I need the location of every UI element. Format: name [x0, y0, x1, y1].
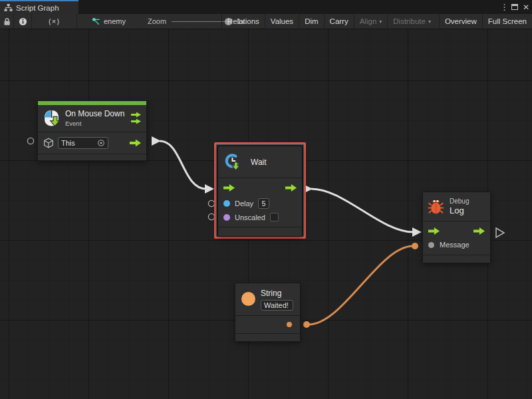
control-in-arrow[interactable]	[223, 184, 235, 192]
window-menu-icon[interactable]: ⋮	[500, 2, 507, 12]
unscaled-port-dot[interactable]	[223, 214, 230, 221]
target-field[interactable]: This	[58, 137, 108, 149]
message-label: Message	[440, 241, 469, 249]
toolbar-buttons: Relations Values Dim Carry Align▾ Distri…	[221, 14, 532, 29]
wire-string-to-message[interactable]	[309, 246, 413, 325]
graph-icon	[92, 17, 100, 26]
unscaled-label: Unscaled	[235, 213, 265, 221]
node-title: Log	[450, 205, 469, 215]
node-title: Wait	[251, 158, 267, 167]
node-footer	[38, 154, 146, 160]
code-icon: ⟨×⟩	[48, 17, 60, 26]
tab-title: Script Graph	[16, 4, 59, 12]
mouse-icon	[43, 109, 60, 127]
node-string[interactable]: String Waited!	[235, 283, 301, 342]
zoom-label: Zoom	[148, 17, 166, 25]
chevron-down-icon: ▾	[379, 19, 382, 25]
unscaled-checkbox[interactable]	[270, 213, 279, 221]
chevron-down-icon: ▾	[428, 19, 431, 25]
dim-button[interactable]: Dim	[299, 14, 323, 29]
breadcrumb-label: enemy	[104, 17, 126, 25]
maximize-icon[interactable]	[511, 4, 518, 10]
tab-script-graph[interactable]: Script Graph	[0, 0, 78, 14]
close-icon[interactable]: ✕	[523, 3, 529, 12]
graph-canvas[interactable]: On Mouse Down Event This	[0, 29, 532, 399]
distribute-button[interactable]: Distribute▾	[387, 14, 436, 29]
lock-icon	[3, 17, 11, 26]
trigger-out-icon[interactable]	[131, 112, 141, 124]
node-title: On Mouse Down	[65, 109, 126, 118]
node-footer	[235, 334, 300, 341]
node-title: String	[261, 289, 293, 298]
control-out-arrow[interactable]	[285, 184, 297, 192]
breadcrumb[interactable]: enemy	[92, 14, 126, 29]
node-wait[interactable]: Wait Delay 5 Unscaled	[217, 146, 303, 237]
message-port-dot[interactable]	[428, 242, 434, 248]
delay-label: Delay	[235, 200, 253, 207]
control-out-arrow[interactable]	[473, 227, 485, 235]
node-footer	[218, 227, 302, 236]
control-in-arrow[interactable]	[428, 227, 440, 235]
carry-button[interactable]: Carry	[324, 14, 354, 29]
tab-bar: Script Graph ⋮ ✕	[0, 0, 532, 14]
port-out-string[interactable]	[303, 321, 310, 328]
port-in-wait[interactable]	[205, 184, 214, 194]
info-button[interactable]	[14, 14, 32, 29]
bug-icon	[428, 198, 444, 215]
delay-port-dot[interactable]	[223, 200, 230, 207]
delay-value-field[interactable]: 5	[258, 198, 269, 209]
cube-icon	[43, 138, 54, 148]
port-in-log[interactable]	[412, 227, 422, 237]
values-button[interactable]: Values	[265, 14, 299, 29]
script-graph-window: Script Graph ⋮ ✕	[0, 0, 532, 399]
graph-toolbar: ⟨×⟩ enemy Zoom 1x Relations Values	[0, 14, 532, 29]
lock-button[interactable]	[0, 14, 14, 29]
node-category: Debug	[450, 198, 469, 205]
string-out-dot[interactable]	[287, 322, 292, 327]
port-out-log[interactable]	[496, 228, 504, 237]
node-on-mouse-down[interactable]: On Mouse Down Event This	[37, 100, 147, 161]
info-icon	[19, 17, 27, 26]
port-in-message[interactable]	[412, 243, 418, 249]
overview-button[interactable]: Overview	[439, 14, 482, 29]
node-subtitle: Event	[65, 120, 126, 127]
full-screen-button[interactable]: Full Screen	[482, 14, 532, 29]
node-footer	[423, 255, 490, 263]
string-value-field[interactable]: Waited!	[261, 300, 293, 311]
relations-button[interactable]: Relations	[221, 14, 265, 29]
align-button[interactable]: Align▾	[354, 14, 388, 29]
object-picker-icon[interactable]	[97, 139, 105, 147]
control-out-arrow[interactable]	[130, 140, 141, 147]
clock-icon	[224, 153, 243, 172]
port-target-mousedown[interactable]	[27, 138, 33, 144]
code-view-button[interactable]: ⟨×⟩	[32, 14, 77, 29]
node-debug-log[interactable]: Debug Log Message	[422, 192, 491, 263]
wire-mousedown-to-wait[interactable]	[160, 141, 206, 189]
orange-circle-icon	[241, 292, 255, 306]
wire-wait-to-log[interactable]	[311, 189, 414, 232]
port-out-mousedown[interactable]	[152, 136, 161, 146]
hierarchy-icon	[4, 3, 13, 12]
